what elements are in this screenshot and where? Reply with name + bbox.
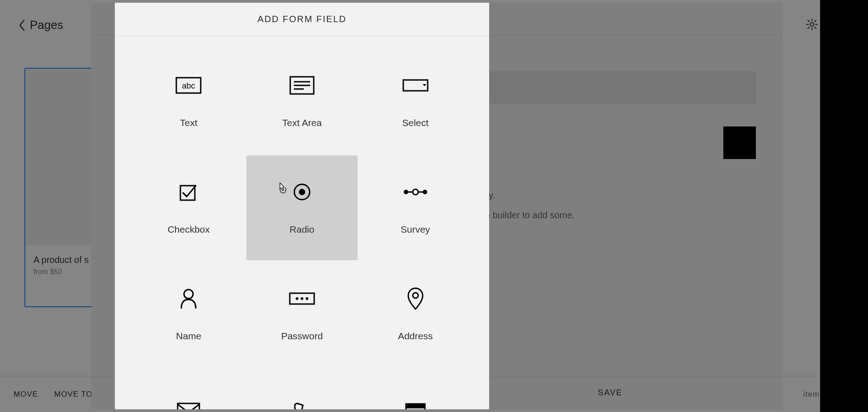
phone-icon — [293, 402, 311, 409]
svg-point-10 — [299, 189, 305, 195]
field-option-name[interactable]: Name — [133, 262, 245, 367]
svg-point-20 — [413, 293, 418, 298]
field-option-label: Password — [281, 331, 323, 342]
field-option-label: Radio — [290, 224, 315, 235]
svg-point-17 — [296, 297, 298, 300]
svg-point-15 — [184, 290, 193, 299]
field-picker-title: ADD FORM FIELD — [115, 3, 489, 36]
field-option-checkbox[interactable]: Checkbox — [133, 155, 245, 260]
field-option-more-1[interactable] — [133, 369, 245, 409]
app-root: Pages A product of s from $50 MOVE MOVE … — [0, 0, 868, 412]
svg-point-19 — [306, 297, 308, 300]
location-pin-icon — [407, 287, 424, 310]
field-option-label: Checkbox — [168, 224, 210, 235]
field-option-password[interactable]: Password — [246, 262, 358, 367]
field-option-survey[interactable]: Survey — [359, 155, 471, 260]
field-option-text[interactable]: abc Text — [133, 49, 245, 154]
survey-icon — [402, 188, 429, 196]
select-icon — [402, 79, 429, 92]
field-option-address[interactable]: Address — [359, 262, 471, 367]
field-option-label: Name — [176, 331, 201, 342]
field-option-more-2[interactable] — [246, 369, 358, 409]
date-icon — [405, 401, 426, 409]
svg-rect-23 — [406, 404, 425, 408]
field-option-label: Select — [402, 117, 428, 128]
field-option-more-3[interactable] — [359, 369, 471, 409]
field-option-label: Text Area — [282, 117, 322, 128]
field-picker-panel: ADD FORM FIELD abc Text Text Area — [115, 3, 489, 409]
field-type-grid: abc Text Text Area Select — [115, 36, 489, 409]
svg-point-18 — [301, 297, 303, 300]
field-option-label: Survey — [401, 224, 430, 235]
email-icon — [177, 403, 200, 409]
field-option-radio[interactable]: Radio — [246, 155, 358, 260]
svg-point-14 — [423, 190, 427, 194]
text-field-icon: abc — [175, 77, 202, 94]
password-icon — [289, 292, 315, 305]
svg-point-12 — [404, 190, 408, 194]
field-option-label: Address — [398, 331, 433, 342]
svg-text:abc: abc — [182, 81, 195, 90]
field-option-label: Text — [180, 117, 198, 128]
svg-point-13 — [413, 189, 418, 195]
letterbox — [820, 0, 868, 412]
person-icon — [179, 288, 198, 309]
field-option-select[interactable]: Select — [359, 49, 471, 154]
field-option-textarea[interactable]: Text Area — [246, 49, 358, 154]
textarea-icon — [289, 76, 315, 95]
radio-icon — [292, 183, 311, 201]
checkbox-icon — [179, 182, 198, 202]
